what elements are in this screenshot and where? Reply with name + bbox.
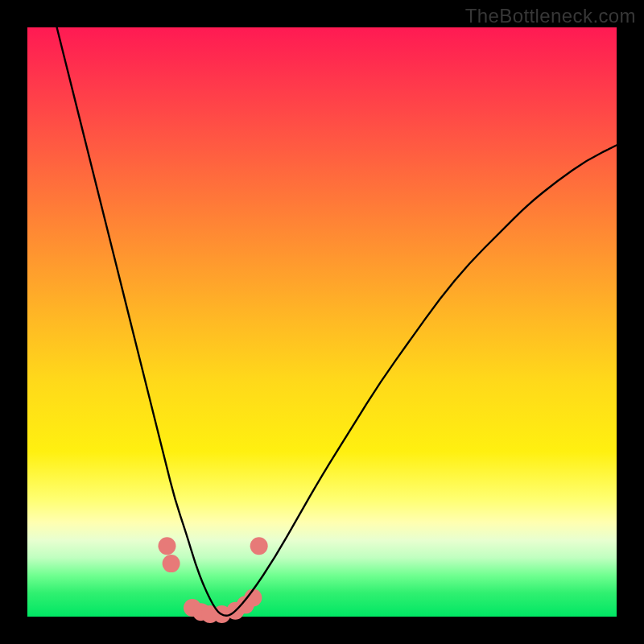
- marker-dot: [250, 537, 268, 555]
- chart-frame: TheBottleneck.com: [0, 0, 644, 644]
- marker-dot: [158, 537, 175, 555]
- chart-svg: [27, 27, 617, 617]
- markers-group: [158, 537, 267, 623]
- plot-area: [27, 27, 617, 617]
- watermark-text: TheBottleneck.com: [465, 5, 636, 27]
- marker-dot: [163, 555, 180, 572]
- bottleneck-curve: [57, 27, 617, 616]
